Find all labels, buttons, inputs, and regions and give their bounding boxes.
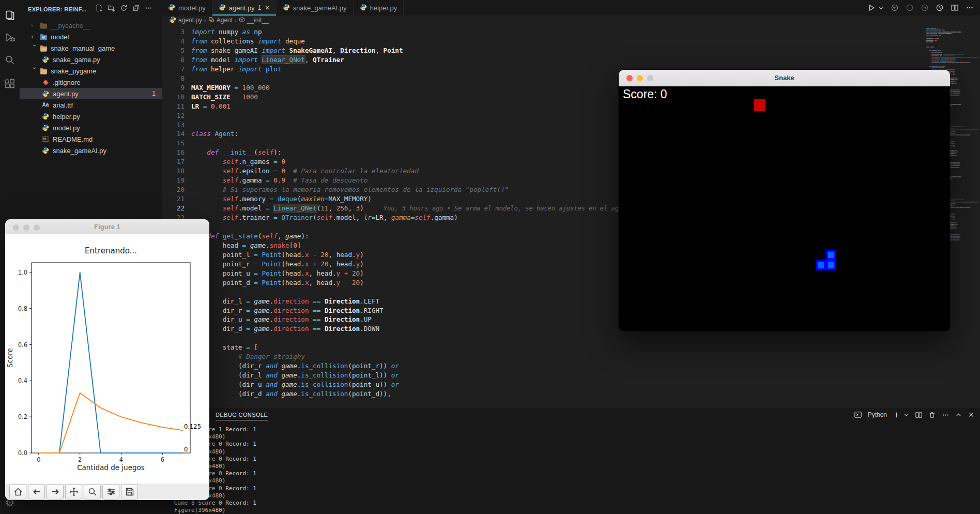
prev-change-icon[interactable] bbox=[891, 4, 899, 12]
tab-agent.py[interactable]: agent.py1× bbox=[212, 0, 277, 16]
split-editor-icon[interactable] bbox=[951, 4, 959, 12]
timeline-icon[interactable] bbox=[936, 4, 944, 12]
collapse-all-icon[interactable] bbox=[132, 4, 140, 14]
figure-titlebar: Figure 1 bbox=[5, 219, 209, 234]
refresh-icon[interactable] bbox=[120, 4, 128, 14]
minimap-line bbox=[937, 28, 938, 29]
home-button[interactable] bbox=[9, 484, 26, 500]
tree-item-README.md[interactable]: M↓README.md bbox=[20, 133, 162, 145]
console-input-caret[interactable] bbox=[175, 510, 180, 514]
minimap-line bbox=[954, 222, 957, 223]
tree-item-snake_manual_game[interactable]: ›snake_manual_game bbox=[20, 42, 162, 54]
tree-item-snake_gameAI.py[interactable]: snake_gameAI.py bbox=[20, 145, 162, 156]
close-panel-icon[interactable] bbox=[968, 411, 975, 418]
minimap-line bbox=[952, 162, 959, 163]
tree-item-.gitignore[interactable]: .gitignore bbox=[20, 77, 162, 88]
forward-button[interactable] bbox=[47, 484, 64, 500]
code-line: dir_l = game.direction == Direction.LEFT bbox=[191, 297, 379, 306]
minimap-line bbox=[940, 52, 940, 53]
tree-item-snake_pygame[interactable]: ›snake_pygame bbox=[20, 65, 162, 77]
shell-label[interactable]: Python bbox=[868, 411, 887, 418]
minimap-line bbox=[939, 35, 941, 36]
subplot-config-button[interactable] bbox=[102, 484, 119, 500]
explorer-icon[interactable] bbox=[0, 5, 20, 26]
tab-debug-console[interactable]: DEBUG CONSOLE bbox=[216, 412, 268, 420]
minimap-line bbox=[959, 165, 961, 166]
minimap-line bbox=[954, 83, 957, 84]
minimap-line bbox=[959, 93, 961, 94]
run-debug-icon[interactable] bbox=[0, 27, 20, 48]
minimap-line bbox=[939, 58, 940, 59]
breadcrumb-item-agentpy[interactable]: agent.py bbox=[169, 16, 202, 25]
vscode-window: ⚙ EXPLORER: REINF... ›__pycache__›model›… bbox=[0, 0, 980, 514]
new-file-icon[interactable] bbox=[95, 4, 103, 14]
minimap-line bbox=[934, 58, 939, 59]
back-button[interactable] bbox=[28, 484, 45, 500]
line-number: 8 bbox=[162, 74, 185, 83]
code-line: (dir_l and game.is_collision(point_l)) o… bbox=[191, 371, 399, 380]
terminal-dropdown-icon[interactable] bbox=[904, 412, 909, 418]
explorer-actions bbox=[95, 4, 162, 14]
change-icon[interactable] bbox=[906, 4, 914, 12]
close-tab-icon[interactable]: × bbox=[265, 4, 269, 12]
maximize-panel-icon[interactable] bbox=[955, 412, 962, 418]
tree-item-agent.py[interactable]: agent.py1 bbox=[20, 88, 162, 99]
kill-terminal-icon[interactable] bbox=[928, 411, 936, 419]
tab-helper.py[interactable]: helper.py bbox=[354, 0, 404, 16]
breadcrumb-item-__init__[interactable]: __init__ bbox=[239, 17, 269, 24]
minimap-line bbox=[928, 41, 929, 42]
python-icon bbox=[40, 90, 51, 97]
python-icon bbox=[283, 4, 290, 12]
python-icon bbox=[219, 4, 226, 12]
chevron-down-icon: › bbox=[31, 44, 38, 52]
run-dropdown-icon[interactable] bbox=[878, 5, 884, 11]
new-terminal-icon[interactable] bbox=[893, 411, 900, 419]
minimap-line bbox=[966, 62, 970, 63]
minimap-line bbox=[958, 104, 961, 105]
minimap-line bbox=[949, 69, 954, 70]
run-python-file-button[interactable] bbox=[867, 4, 876, 12]
minimap-line bbox=[935, 67, 935, 68]
tab-snake_gameAI.py[interactable]: snake_gameAI.py bbox=[277, 0, 354, 16]
minimap-line bbox=[954, 153, 956, 154]
tree-item-label: helper.py bbox=[53, 113, 80, 120]
code-line: from snake_gameAI import SnakeGameAI, Di… bbox=[191, 46, 403, 55]
annotation-label: 0 bbox=[184, 446, 188, 453]
tree-item-model.py[interactable]: model.py bbox=[20, 122, 162, 133]
zoom-button[interactable] bbox=[84, 484, 101, 500]
minimap-line bbox=[952, 219, 952, 220]
minimap-line bbox=[954, 79, 958, 80]
tree-item-__pycache__[interactable]: ›__pycache__ bbox=[20, 20, 162, 31]
tree-item-arial.ttf[interactable]: Aaarial.ttf bbox=[20, 99, 162, 111]
breadcrumb-item-Agent[interactable]: Agent bbox=[208, 17, 233, 24]
more-actions-icon[interactable] bbox=[942, 411, 950, 419]
minimap-line bbox=[959, 237, 961, 238]
new-folder-icon[interactable] bbox=[108, 4, 115, 14]
folder-open-icon bbox=[38, 68, 49, 74]
code-line: (dir_d and game.is_collision(point_d)), bbox=[191, 389, 391, 399]
pan-button[interactable] bbox=[65, 484, 82, 500]
tab-model.py[interactable]: model.py bbox=[162, 0, 212, 16]
tree-item-snake_game.py[interactable]: snake_game.py bbox=[20, 54, 162, 65]
more-actions-icon[interactable] bbox=[966, 4, 974, 12]
split-panel-icon[interactable] bbox=[915, 411, 923, 419]
tab-label: snake_gameAI.py bbox=[293, 4, 347, 12]
editor-actions bbox=[867, 0, 980, 16]
tree-item-helper.py[interactable]: helper.py bbox=[20, 111, 162, 122]
search-icon[interactable] bbox=[0, 50, 20, 70]
folder-icon bbox=[38, 22, 49, 29]
tree-item-model[interactable]: ›model bbox=[20, 31, 162, 42]
more-actions-icon[interactable] bbox=[145, 4, 152, 14]
minimap-line bbox=[926, 38, 933, 39]
chevron-down-icon: › bbox=[31, 67, 38, 74]
tree-item-label: README.md bbox=[53, 135, 93, 143]
extensions-icon[interactable] bbox=[0, 73, 20, 94]
minimap-line bbox=[941, 62, 946, 63]
annotation-label: 0.125 bbox=[184, 423, 201, 430]
minimap-line bbox=[938, 66, 941, 67]
line-number: 7 bbox=[162, 65, 185, 74]
save-button[interactable] bbox=[121, 484, 138, 500]
python-icon bbox=[40, 113, 51, 120]
next-change-icon[interactable] bbox=[921, 4, 929, 12]
launch-profile-icon[interactable] bbox=[854, 411, 862, 419]
